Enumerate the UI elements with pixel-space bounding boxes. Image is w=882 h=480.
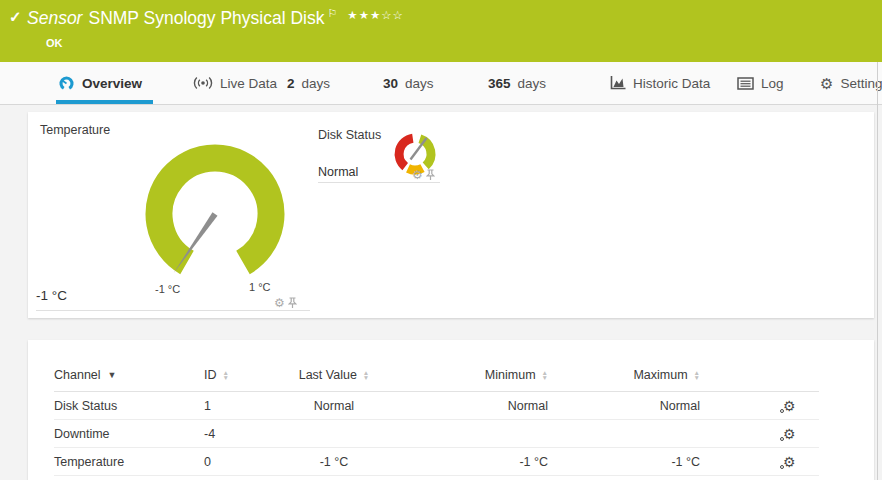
tab-label: Live Data [220, 76, 277, 91]
cell-minimum: -1 °C [384, 455, 552, 469]
temperature-scale-max: 1 °C [249, 281, 271, 293]
gauge-settings-gear-icon[interactable]: ⚙ [412, 169, 423, 181]
tab-365-days[interactable]: 365 days [488, 62, 546, 104]
channel-settings-gear-icon[interactable]: ⚙ [779, 453, 799, 471]
tab-live-data[interactable]: Live Data [193, 62, 277, 104]
column-header-id[interactable]: ID ▲▼ [204, 368, 284, 382]
cell-channel[interactable]: Downtime [54, 427, 204, 441]
column-header-minimum[interactable]: Minimum ▲▼ [384, 368, 552, 382]
temperature-gauge[interactable] [140, 139, 290, 289]
active-tab-indicator [56, 100, 153, 104]
cell-last-value: Normal [284, 399, 384, 413]
tab-number: 365 [488, 76, 511, 91]
live-data-icon [193, 76, 213, 90]
temperature-gauge-actions: ⚙ [274, 297, 297, 309]
temperature-scale-min: -1 °C [155, 283, 180, 295]
tab-label: Log [761, 76, 784, 91]
gauges-panel: Temperature -1 °C -1 °C 1 °C ⚙ Disk Stat… [28, 112, 874, 318]
divider [36, 310, 310, 311]
tab-historic-data[interactable]: Historic Data [610, 62, 710, 104]
cell-minimum: Normal [384, 399, 552, 413]
channel-settings-gear-icon[interactable]: ⚙ [779, 425, 799, 443]
historic-chart-icon [610, 76, 626, 90]
tab-number: 30 [383, 76, 398, 91]
channels-table-panel: Channel ▼ ID ▲▼ Last Value ▲▼ Minimum ▲▼… [28, 340, 874, 480]
flag-icon[interactable]: ⚐ [327, 7, 337, 19]
gauge-settings-gear-icon[interactable]: ⚙ [274, 297, 285, 309]
object-kind-label: Sensor [27, 8, 82, 28]
tab-overview[interactable]: Overview [58, 62, 142, 104]
sort-desc-icon: ▼ [108, 370, 117, 380]
sort-icon: ▲▼ [542, 370, 548, 380]
cell-maximum: -1 °C [552, 455, 704, 469]
tab-bar: Overview Live Data 2 days 30 days 365 da… [0, 62, 882, 105]
temperature-current-value: -1 °C [36, 288, 67, 303]
pin-icon[interactable] [426, 169, 435, 181]
sensor-title-line: SensorSNMP Synology Physical Disk⚐★★★☆☆ [27, 7, 404, 29]
disk-status-gauge-title: Disk Status [318, 128, 381, 142]
priority-stars[interactable]: ★★★☆☆ [347, 9, 404, 21]
cell-id: 1 [204, 399, 284, 413]
column-header-last-value[interactable]: Last Value ▲▼ [284, 368, 384, 382]
column-header-channel[interactable]: Channel ▼ [54, 368, 204, 382]
tab-settings[interactable]: ⚙ Settings [820, 62, 882, 104]
divider [318, 182, 440, 183]
status-ok-check-icon: ✓ [9, 8, 22, 26]
log-list-icon [737, 77, 754, 90]
cell-maximum: Normal [552, 399, 704, 413]
table-row[interactable]: Downtime -4 ⚙ [54, 420, 819, 448]
gear-icon: ⚙ [820, 76, 833, 91]
table-row[interactable]: Temperature 0 -1 °C -1 °C -1 °C ⚙ [54, 448, 819, 476]
cell-id: 0 [204, 455, 284, 469]
column-header-maximum[interactable]: Maximum ▲▼ [552, 368, 704, 382]
gauge-icon [58, 75, 75, 92]
sensor-header: ✓ SensorSNMP Synology Physical Disk⚐★★★☆… [0, 0, 882, 62]
tab-label: Settings [840, 76, 882, 91]
sort-icon: ▲▼ [223, 370, 229, 380]
pin-icon[interactable] [288, 297, 297, 309]
tab-label: days [518, 76, 547, 91]
disk-status-current-value: Normal [318, 165, 358, 179]
priority-stars-empty: ☆☆ [381, 9, 404, 21]
tab-number: 2 [287, 76, 295, 91]
page-title: SNMP Synology Physical Disk [88, 8, 324, 28]
table-header-row: Channel ▼ ID ▲▼ Last Value ▲▼ Minimum ▲▼… [54, 358, 819, 392]
channels-table: Channel ▼ ID ▲▼ Last Value ▲▼ Minimum ▲▼… [28, 340, 874, 476]
tab-label: Overview [82, 76, 142, 91]
cell-id: -4 [204, 427, 284, 441]
tab-2-days[interactable]: 2 days [287, 62, 330, 104]
cell-channel[interactable]: Temperature [54, 455, 204, 469]
channel-settings-gear-icon[interactable]: ⚙ [779, 397, 799, 415]
status-badge: OK [46, 37, 63, 49]
sort-icon: ▲▼ [363, 370, 369, 380]
tab-label: Historic Data [633, 76, 710, 91]
tab-label: days [405, 76, 434, 91]
tab-label: days [302, 76, 331, 91]
table-row[interactable]: Disk Status 1 Normal Normal Normal ⚙ [54, 392, 819, 420]
tab-30-days[interactable]: 30 days [383, 62, 434, 104]
cell-channel[interactable]: Disk Status [54, 399, 204, 413]
tab-log[interactable]: Log [737, 62, 784, 104]
content-right-divider [877, 62, 878, 480]
temperature-gauge-title: Temperature [40, 123, 110, 137]
priority-stars-filled: ★★★ [347, 9, 381, 21]
sort-icon: ▲▼ [694, 370, 700, 380]
cell-last-value: -1 °C [284, 455, 384, 469]
disk-status-gauge-actions: ⚙ [412, 169, 435, 181]
